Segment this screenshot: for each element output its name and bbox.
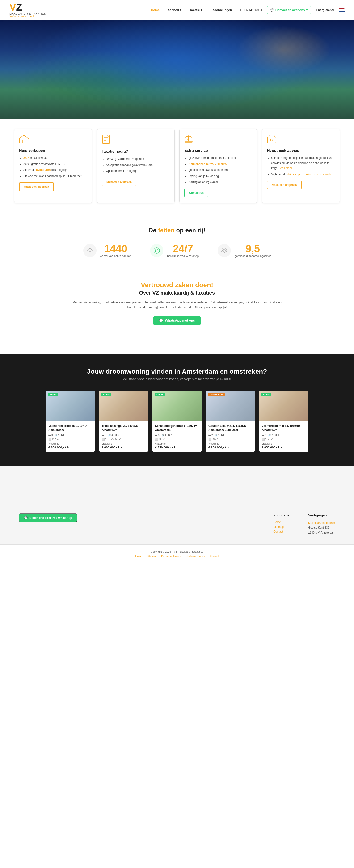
nav-contact[interactable]: 💬 Contact en over ons ▾ — [267, 6, 311, 14]
footer-bottom-home[interactable]: Home — [135, 555, 142, 557]
footer-location-city: 1140 MM Amsterdam — [308, 530, 335, 535]
property-parking-3: 🅿 1 — [221, 434, 226, 437]
property-beds-0: 🛏 3 — [48, 434, 53, 437]
footer-locations-col: Vestigingen Makelaar Amsterdam Gooise Ka… — [308, 514, 335, 535]
fact-number-0: 1440 — [100, 244, 131, 254]
footer-locations-title: Vestigingen — [308, 514, 335, 517]
card-btn-3[interactable]: Maak een afspraak — [267, 181, 302, 189]
nav-energy[interactable]: Energielabel — [313, 6, 338, 14]
footer-bottom-privacy[interactable]: Privacyverklaring — [161, 555, 181, 557]
dream-title: Jouw droomwoning vinden in Amsterdam en … — [9, 368, 345, 375]
property-beds-3: 🛏 2 — [208, 434, 213, 437]
card-list-item: Op korte termijn mogelijk — [106, 168, 170, 174]
property-price-label-0: Vraagprijs — [48, 442, 92, 445]
card-title-2: Extra service — [184, 149, 252, 153]
fact-label-2: gemiddeld beoordelingscijfer — [235, 254, 271, 258]
card-btn-1[interactable]: Maak een afspraak — [102, 178, 136, 186]
property-card-0[interactable]: KOOP Veembroederhof 85, 1019HD Amsterdam… — [45, 391, 95, 452]
fact-label-1: bereikbaar via WhatsApp — [167, 254, 199, 258]
footer-location-name: Makelaar Amsterdam — [308, 521, 335, 525]
hero-image — [0, 20, 354, 119]
nav-aanbod[interactable]: Aanbod ▾ — [164, 6, 185, 14]
property-card-2[interactable]: KOOP Schaarsbergenstraat 6, 1107JV Amste… — [152, 391, 202, 452]
card-list-item: glazenwasser in Amsterdam-Zuidoost — [188, 156, 252, 161]
property-price-label-3: Vraagprijs — [208, 442, 252, 445]
footer-link-sitemap[interactable]: Sitemap — [273, 525, 289, 529]
property-body-2: Schaarsbergenstraat 6, 1107JV Amsterdam … — [152, 421, 202, 452]
whatsapp-button[interactable]: 💬 WhatsApp met ons — [153, 316, 201, 325]
card-btn-2[interactable]: Contact us — [184, 189, 208, 197]
footer-whatsapp-button[interactable]: 💬 Bereik ons direct via WhatsApp — [19, 514, 77, 522]
property-baths-2: 🚿 1 — [162, 434, 166, 437]
about-subtitle: Over VZ makelaardij & taxaties — [71, 290, 283, 296]
property-body-0: Veembroederhof 85, 1019HD Amsterdam 🛏 3 … — [45, 421, 95, 452]
service-card-0: Huis verkopen 24/7 @0614166980 Actie: gr… — [14, 129, 92, 203]
svg-point-7 — [154, 248, 160, 253]
footer-whatsapp-label: Bereik ons direct via WhatsApp — [30, 516, 72, 520]
card-list-item: Keukencheque twv 750 euro — [188, 162, 252, 167]
card-icon-2 — [184, 135, 252, 145]
footer-link-home[interactable]: Home — [273, 521, 289, 524]
about-section: Vertrouwd zaken doen! Over VZ makelaardi… — [0, 267, 354, 339]
property-address-2: Schaarsbergenstraat 6, 1107JV Amsterdam — [155, 424, 199, 432]
footer-bottom-contact[interactable]: Contact — [210, 555, 219, 557]
property-card-4[interactable]: KOOP Veembroederhof 85, 1019HD Amsterdam… — [259, 391, 309, 452]
service-card-1: Taxatie nodig? NWWI gevalideerde rapport… — [97, 129, 175, 203]
footer-top: 💬 Bereik ons direct via WhatsApp Informa… — [0, 499, 354, 545]
card-title-1: Taxatie nodig? — [102, 149, 170, 154]
property-card-3[interactable]: ONDER BOD Gouden Leeuw 211, 1103KD Amste… — [206, 391, 255, 452]
footer-location-name-link[interactable]: Makelaar Amsterdam — [308, 521, 335, 525]
nav-home[interactable]: Home — [148, 6, 163, 14]
footer-copyright: Copyright © 2025 – VZ makelaardij & taxa… — [9, 550, 345, 553]
svg-rect-0 — [20, 138, 28, 143]
fact-number-2: 9,5 — [235, 244, 271, 254]
logo-v: V — [9, 2, 16, 13]
property-specs-4: 🛏 3 🚿 2 🅿 1 — [262, 434, 306, 437]
property-address-4: Veembroederhof 85, 1019HD Amsterdam — [262, 424, 306, 432]
card-list-item: NWWI gevalideerde rapporten — [106, 156, 170, 162]
svg-rect-6 — [89, 251, 91, 253]
property-image-1: KOOP — [99, 391, 148, 421]
fact-item-2: 9,5 gemiddeld beoordelingscijfer — [218, 244, 271, 258]
property-image-3: ONDER BOD — [206, 391, 255, 421]
header: VZ MAKELARDIJ & TAXATIES Vertrouwd zaken… — [0, 0, 354, 20]
card-list-item: Acceptatie door alle geldverstrekkers. — [106, 163, 170, 168]
card-list-item: 24/7 @0614166980 — [23, 156, 87, 161]
footer-link-contact[interactable]: Contact — [273, 530, 289, 533]
footer-bottom-sitemap[interactable]: Sitemap — [147, 555, 156, 557]
card-btn-0[interactable]: Maak een afspraak — [19, 183, 54, 191]
logo-z: Z — [16, 2, 22, 13]
property-baths-3: 🚿 1 — [215, 434, 220, 437]
spacer-3 — [0, 480, 354, 499]
card-list-3: Onafhankelijk en objectief: wij maken ge… — [267, 156, 335, 177]
svg-rect-3 — [185, 142, 192, 142]
property-area-4: ⬜ 112 m² — [262, 438, 306, 441]
property-image-0: KOOP — [45, 391, 95, 421]
card-list-item: Korting op energielabel — [188, 180, 252, 185]
property-badge-0: KOOP — [48, 393, 58, 396]
facts-row: 1440 aantal verkochte panden 24/7 bereik… — [14, 244, 340, 258]
property-beds-1: 🛏 5 — [102, 434, 106, 437]
property-specs-3: 🛏 2 🚿 1 🅿 1 — [208, 434, 252, 437]
fact-item-0: 1440 aantal verkochte panden — [83, 244, 131, 258]
fact-number-1: 24/7 — [167, 244, 199, 254]
property-badge-1: KOOP — [101, 393, 111, 396]
card-list-item: Styling van jouw woning — [188, 174, 252, 179]
logo[interactable]: VZ MAKELARDIJ & TAXATIES Vertrouwd zaken… — [9, 2, 46, 18]
property-card-1[interactable]: KOOP Troeplaalsingel 20, 1102SG Amsterda… — [99, 391, 148, 452]
nav-beoordelingen[interactable]: Beoordelingen — [207, 6, 235, 14]
footer-bottom-cookie[interactable]: Cookieverklaring — [186, 555, 205, 557]
card-title-3: Hypotheek advies — [267, 149, 335, 153]
property-specs-0: 🛏 3 🚿 2 🅿 1 — [48, 434, 92, 437]
property-area-3: ⬜ 53 m² — [208, 438, 252, 441]
card-list-1: NWWI gevalideerde rapporten Acceptatie d… — [102, 156, 170, 174]
nav-phone[interactable]: +31 6 14166980 — [237, 6, 265, 14]
fact-icon-whatsapp — [150, 244, 163, 257]
whatsapp-icon: 💬 — [159, 319, 163, 322]
nav-taxatie[interactable]: Taxatie ▾ — [186, 6, 206, 14]
fact-item-1: 24/7 bereikbaar via WhatsApp — [150, 244, 199, 258]
property-parking-1: 🅿 2 — [115, 434, 119, 437]
card-title-0: Huis verkopen — [19, 149, 87, 153]
flag-icon[interactable] — [339, 8, 345, 12]
facts-title: De feiten op een rij! — [14, 227, 340, 234]
